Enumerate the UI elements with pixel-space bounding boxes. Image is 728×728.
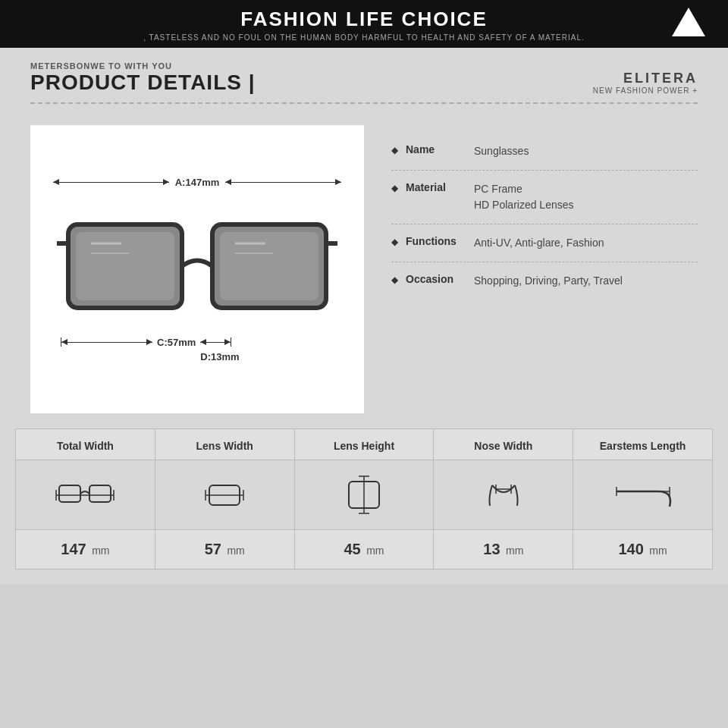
unit-lens-width: mm <box>227 544 244 557</box>
spec-key-occasion: Occasion <box>406 273 474 285</box>
value-lens-height: 45 mm <box>295 530 435 569</box>
diamond-icon-2: ◆ <box>391 183 398 193</box>
icon-lens-width <box>155 460 295 529</box>
arrow-a-left <box>53 182 169 183</box>
measurements-table: Total Width Lens Width Lens Height Nose … <box>15 428 713 570</box>
spec-row-material: ◆ Material PC FrameHD Polarized Lenses <box>391 171 698 224</box>
header-nose-width: Nose Width <box>434 429 573 460</box>
pd-right: ELITERA NEW FASHION POWER + <box>593 71 698 95</box>
num-total-width: 147 <box>61 541 86 557</box>
diamond-icon-3: ◆ <box>391 237 398 247</box>
unit-earstems-length: mm <box>649 544 667 557</box>
measurements-header-row: Total Width Lens Width Lens Height Nose … <box>16 429 712 460</box>
dashed-divider <box>30 102 698 104</box>
value-total-width: 147 mm <box>16 530 155 569</box>
spec-val-occasion: Shopping, Driving, Party, Travel <box>474 273 623 289</box>
value-earstems-length: 140 mm <box>573 530 712 569</box>
spec-key-functions: Functions <box>406 235 474 247</box>
header-earstems-length: Earstems Length <box>573 429 712 460</box>
header-subtitle: , TASTELESS AND NO FOUL ON THE HUMAN BOD… <box>0 33 728 42</box>
value-nose-width: 13 mm <box>434 530 573 569</box>
header-title: FASHION LIFE CHOICE <box>0 8 728 31</box>
num-earstems-length: 140 <box>619 541 644 557</box>
main-content: A:147mm <box>0 111 728 421</box>
specs-panel: ◆ Name Sunglasses ◆ Material PC FrameHD … <box>376 125 698 413</box>
total-width-svg <box>55 476 115 514</box>
arrow-a-right <box>225 182 341 183</box>
header-total-width: Total Width <box>16 429 155 460</box>
glasses-diagram <box>53 194 341 331</box>
label-d: D:13mm <box>99 351 341 362</box>
header: FASHION LIFE CHOICE , TASTELESS AND NO F… <box>0 0 728 48</box>
spec-row-functions: ◆ Functions Anti-UV, Anti-glare, Fashion <box>391 224 698 262</box>
spec-row-occasion: ◆ Occasion Shopping, Driving, Party, Tra… <box>391 262 698 300</box>
num-lens-height: 45 <box>344 541 360 557</box>
num-lens-width: 57 <box>205 541 221 557</box>
svg-rect-5 <box>220 232 318 300</box>
icon-nose-width <box>434 460 573 529</box>
measurements-value-row: 147 mm 57 mm 45 mm 13 mm 140 mm <box>16 530 712 569</box>
unit-total-width: mm <box>92 544 109 557</box>
spec-val-name: Sunglasses <box>474 143 529 159</box>
icon-earstems-length <box>573 460 712 529</box>
icon-lens-height <box>295 460 435 529</box>
measurements-section: Total Width Lens Width Lens Height Nose … <box>0 421 728 585</box>
header-lens-height: Lens Height <box>295 429 435 460</box>
brand-name: ELITERA <box>593 71 698 86</box>
arrow-c-line2 <box>200 342 231 343</box>
arrow-c: C:57mm <box>61 337 231 348</box>
num-nose-width: 13 <box>483 541 500 557</box>
svg-rect-14 <box>89 485 111 502</box>
header-lens-width: Lens Width <box>155 429 295 460</box>
product-details-section: METERSBONWE TO WITH YOU PRODUCT DETAILS … <box>0 48 728 111</box>
lens-width-svg <box>202 476 247 514</box>
tick-right <box>231 337 231 347</box>
spec-key-name: Name <box>406 143 474 155</box>
svg-rect-13 <box>59 485 80 502</box>
brand-sub: NEW FASHION POWER + <box>593 86 698 95</box>
diamond-icon-1: ◆ <box>391 145 398 155</box>
diamond-icon-4: ◆ <box>391 275 398 285</box>
measurement-a: A:147mm <box>53 177 341 188</box>
spec-key-material: Material <box>406 181 474 193</box>
spec-row-name: ◆ Name Sunglasses <box>391 133 698 171</box>
spec-val-material: PC FrameHD Polarized Lenses <box>474 181 574 213</box>
pd-subtitle: METERSBONWE TO WITH YOU <box>30 61 256 71</box>
measurements-icon-row <box>16 460 712 530</box>
arrow-c-line <box>61 342 152 343</box>
pd-title: PRODUCT DETAILS | <box>30 71 256 95</box>
icon-total-width <box>16 460 155 529</box>
value-lens-width: 57 mm <box>155 530 295 569</box>
nose-width-svg <box>481 474 526 516</box>
pd-left: METERSBONWE TO WITH YOU PRODUCT DETAILS … <box>30 61 256 95</box>
label-a: A:147mm <box>169 177 226 188</box>
unit-lens-height: mm <box>366 544 384 557</box>
spec-val-functions: Anti-UV, Anti-glare, Fashion <box>474 235 604 251</box>
lens-height-svg <box>341 474 387 516</box>
diagram-panel: A:147mm <box>30 125 364 413</box>
header-triangle-icon <box>672 8 705 36</box>
earstems-svg <box>613 476 673 514</box>
svg-rect-4 <box>76 232 174 300</box>
bottom-measurements: C:57mm D:13mm <box>53 337 341 362</box>
label-c: C:57mm <box>152 337 200 348</box>
glasses-svg <box>53 194 341 331</box>
unit-nose-width: mm <box>506 544 523 557</box>
